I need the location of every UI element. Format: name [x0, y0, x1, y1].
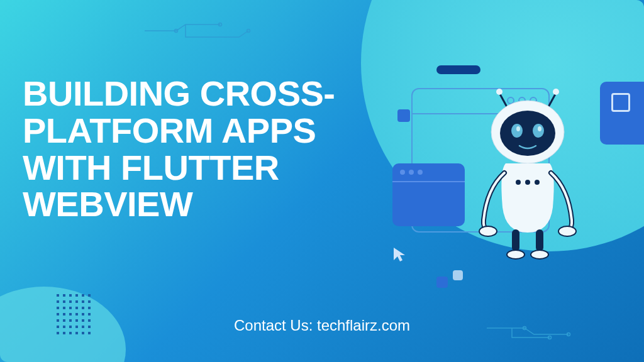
svg-point-9 — [553, 89, 559, 95]
window-filled-icon — [392, 163, 465, 226]
svg-point-16 — [538, 126, 541, 131]
svg-line-8 — [548, 93, 556, 107]
dot-grid-decoration — [57, 294, 101, 338]
contact-text: Contact Us: techflairz.com — [234, 317, 410, 334]
svg-point-19 — [535, 180, 540, 185]
decorative-square — [453, 270, 463, 280]
svg-point-14 — [533, 124, 544, 138]
circuit-decoration-bottom — [487, 322, 594, 341]
cursor-icon — [391, 245, 410, 264]
svg-rect-24 — [536, 229, 543, 251]
decorative-bar — [436, 65, 480, 74]
svg-point-23 — [507, 250, 525, 259]
circuit-decoration-top — [145, 21, 270, 40]
robot-illustration — [380, 63, 631, 302]
headline-title: BUILDING CROSS-PLATFORM APPS WITH FLUTTE… — [23, 75, 375, 223]
svg-point-21 — [558, 226, 576, 236]
svg-line-6 — [499, 93, 507, 107]
svg-point-13 — [511, 124, 523, 138]
svg-point-18 — [525, 180, 530, 185]
svg-point-7 — [496, 89, 502, 95]
svg-point-20 — [479, 226, 497, 236]
decorative-square — [436, 277, 448, 288]
svg-point-17 — [516, 180, 521, 185]
svg-rect-22 — [512, 229, 519, 251]
robot-icon — [468, 88, 587, 277]
decorative-square — [397, 109, 410, 122]
svg-point-25 — [531, 250, 548, 259]
panel-icon — [600, 82, 644, 145]
svg-point-15 — [516, 126, 520, 131]
